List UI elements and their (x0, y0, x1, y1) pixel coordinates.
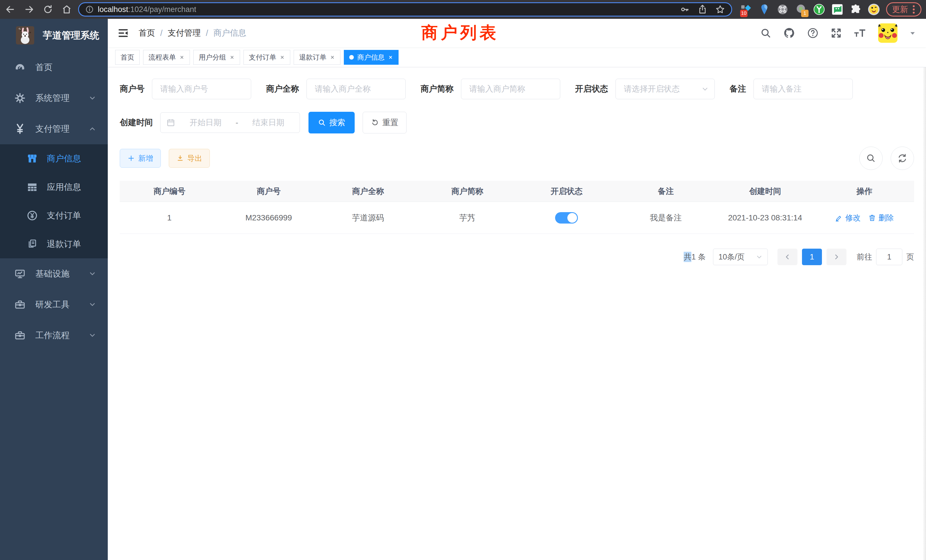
help-icon[interactable] (807, 27, 819, 39)
puzzle-extensions-icon[interactable] (849, 3, 862, 16)
reset-button[interactable]: 重置 (363, 112, 407, 133)
tab-label: 流程表单 (148, 53, 176, 62)
sidebar-item-system[interactable]: 系统管理 (0, 83, 108, 114)
reload-icon[interactable] (42, 4, 54, 15)
sidebar-fold-icon[interactable] (118, 27, 129, 39)
cell-merchant-no: M233666999 (219, 213, 318, 222)
column-header: 商户全称 (318, 186, 418, 197)
remark-label: 备注 (729, 83, 746, 95)
pagination: 共 1 条 10条/页 1 前往 页 (120, 249, 914, 265)
chevron-up-icon (88, 125, 96, 133)
font-size-icon[interactable] (853, 27, 867, 39)
goto-page-input[interactable] (876, 249, 902, 265)
next-page-button[interactable] (826, 249, 846, 265)
short-name-input[interactable] (461, 79, 560, 99)
page-info-icon[interactable] (85, 5, 94, 14)
refresh-table-button[interactable] (891, 147, 914, 170)
breadcrumb-home[interactable]: 首页 (139, 27, 155, 39)
breadcrumb-payment[interactable]: 支付管理 (168, 27, 201, 39)
extension-icon-4[interactable]: 1 (794, 3, 807, 16)
browser-menu-dots-icon[interactable] (912, 4, 915, 15)
profile-emoji-icon[interactable] (867, 3, 881, 16)
end-date-placeholder[interactable]: 结束日期 (243, 117, 294, 128)
remark-input[interactable] (754, 79, 853, 99)
pay-order-icon (26, 210, 39, 221)
extension-icon-3[interactable] (776, 3, 789, 16)
sidebar-item-app-info[interactable]: 应用信息 (0, 173, 108, 201)
tab-home[interactable]: 首页 (115, 50, 140, 65)
forward-icon[interactable] (23, 4, 35, 15)
sidebar-item-home[interactable]: 首页 (0, 52, 108, 83)
caret-down-icon[interactable] (909, 29, 916, 37)
trash-icon (868, 214, 876, 222)
tab-merchant-info[interactable]: 商户信息 (344, 50, 399, 65)
home-icon[interactable] (61, 4, 73, 15)
extension-icon-6[interactable] (831, 3, 844, 16)
tab-close-icon[interactable] (330, 55, 335, 60)
export-button[interactable]: 导出 (169, 149, 210, 168)
full-name-input[interactable] (307, 79, 406, 99)
sidebar-item-pay-order[interactable]: 支付订单 (0, 201, 108, 230)
github-icon[interactable] (783, 27, 796, 39)
edit-link-label: 修改 (845, 213, 861, 223)
column-header: 商户简称 (418, 186, 517, 197)
header-search-icon[interactable] (760, 27, 772, 39)
tab-user-group[interactable]: 用户分组 (193, 50, 240, 65)
sidebar-item-workflow[interactable]: 工作流程 (0, 320, 108, 351)
browser-address-bar[interactable]: localhost:1024/pay/merchant (78, 2, 732, 17)
red-annotation-title: 商户列表 (421, 22, 499, 44)
toggle-search-button[interactable] (859, 147, 883, 170)
bookmark-star-icon[interactable] (715, 5, 725, 14)
tags-view: 首页 流程表单 用户分组 支付订单 退款订单 商户信息 (108, 47, 926, 67)
cell-create-time: 2021-10-23 08:31:14 (716, 213, 815, 222)
sidebar-item-infrastructure[interactable]: 基础设施 (0, 258, 108, 289)
add-button-label: 新增 (138, 153, 153, 163)
delete-link[interactable]: 删除 (868, 213, 894, 223)
create-time-range-picker[interactable]: 开始日期 - 结束日期 (160, 112, 300, 133)
toolbox-icon (13, 330, 27, 341)
page-size-select[interactable]: 10条/页 (713, 249, 768, 265)
app-title: 芋道管理系统 (43, 29, 99, 42)
top-navbar: 首页 / 支付管理 / 商户信息 (108, 19, 926, 47)
extension-icon-5[interactable] (813, 3, 826, 16)
sidebar-item-dev-tools[interactable]: 研发工具 (0, 289, 108, 320)
tab-close-icon[interactable] (230, 55, 235, 60)
sidebar-item-label: 工作流程 (35, 330, 70, 341)
reset-button-label: 重置 (382, 117, 398, 128)
user-avatar[interactable] (878, 23, 897, 43)
breadcrumb-separator: / (206, 29, 208, 38)
tab-label: 商户信息 (357, 53, 384, 62)
start-date-placeholder[interactable]: 开始日期 (180, 117, 231, 128)
password-key-icon[interactable] (680, 5, 690, 14)
date-separator: - (236, 118, 238, 127)
sidebar-item-label: 系统管理 (35, 92, 70, 104)
extension-icon-1[interactable]: 10 (740, 3, 753, 16)
tab-process-form[interactable]: 流程表单 (143, 50, 190, 65)
sidebar-item-merchant-info[interactable]: 商户信息 (0, 144, 108, 173)
edit-link[interactable]: 修改 (835, 213, 861, 223)
sidebar-item-refund-order[interactable]: 退款订单 (0, 230, 108, 258)
tab-refund-order[interactable]: 退款订单 (294, 50, 340, 65)
app-logo-row[interactable]: 芋道管理系统 (0, 19, 108, 52)
chevron-down-icon (702, 86, 708, 92)
tab-close-icon[interactable] (179, 55, 185, 60)
browser-update-button[interactable]: 更新 (886, 2, 921, 17)
payment-submenu: 商户信息 应用信息 支付订单 退款订单 (0, 144, 108, 258)
toolbox-icon (13, 299, 27, 310)
prev-page-button[interactable] (778, 249, 797, 265)
window-scrollbar[interactable] (923, 19, 926, 560)
extension-icon-2[interactable] (758, 3, 771, 16)
sidebar-item-payment[interactable]: 支付管理 (0, 114, 108, 144)
status-select[interactable] (616, 79, 715, 99)
status-toggle-on[interactable] (555, 212, 578, 224)
search-button[interactable]: 搜索 (309, 112, 355, 133)
add-button[interactable]: 新增 (120, 149, 161, 168)
share-icon[interactable] (698, 5, 707, 14)
merchant-no-input[interactable] (152, 79, 251, 99)
fullscreen-icon[interactable] (830, 27, 842, 39)
back-icon[interactable] (5, 4, 16, 15)
tab-close-icon[interactable] (388, 55, 393, 60)
page-number-1[interactable]: 1 (802, 249, 822, 265)
tab-pay-order[interactable]: 支付订单 (244, 50, 290, 65)
tab-close-icon[interactable] (280, 55, 285, 60)
